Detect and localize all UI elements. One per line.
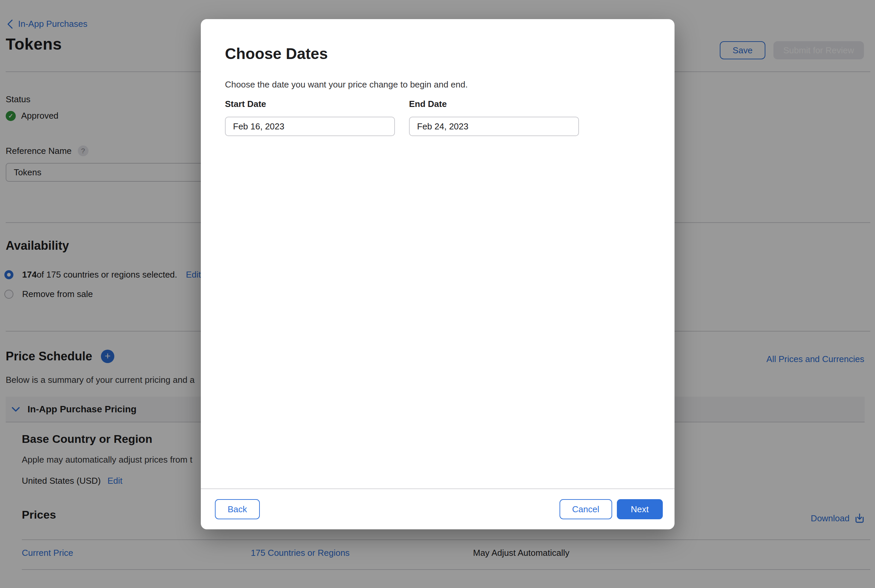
back-button[interactable]: Back — [215, 499, 260, 519]
modal-title: Choose Dates — [225, 45, 328, 63]
modal-footer: Back Cancel Next — [201, 488, 674, 530]
modal-subtitle: Choose the date you want your price chan… — [225, 80, 468, 90]
date-fields: Start Date End Date — [225, 99, 579, 136]
start-date-field: Start Date — [225, 99, 395, 136]
choose-dates-modal: Choose Dates Choose the date you want yo… — [201, 19, 674, 530]
start-date-label: Start Date — [225, 99, 395, 109]
end-date-field: End Date — [409, 99, 579, 136]
next-button[interactable]: Next — [617, 499, 663, 519]
app-store-connect-page: In-App Purchases Tokens Save Submit for … — [0, 0, 875, 588]
end-date-input[interactable] — [409, 117, 579, 136]
end-date-label: End Date — [409, 99, 579, 109]
cancel-button[interactable]: Cancel — [560, 499, 612, 519]
start-date-input[interactable] — [225, 117, 395, 136]
